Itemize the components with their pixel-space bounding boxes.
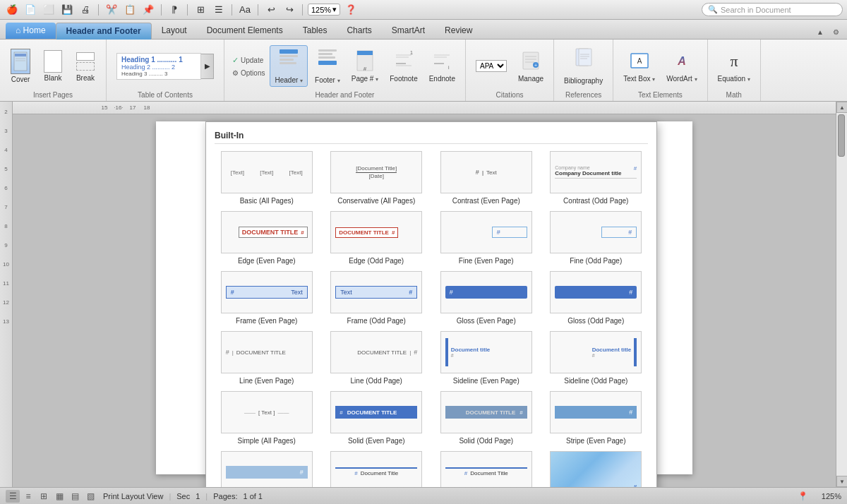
header-item-contrast-even[interactable]: # | Text Contrast (Even Page) <box>434 151 539 205</box>
header-item-gloss-odd[interactable]: # Gloss (Odd Page) <box>544 271 649 325</box>
copy-icon[interactable]: 📋 <box>122 2 138 18</box>
manage-button[interactable]: + Manage <box>514 47 548 85</box>
header-item-gloss-even[interactable]: # Gloss (Even Page) <box>434 271 539 325</box>
status-view-notebook[interactable]: ▤ <box>68 490 82 503</box>
header-item-simple[interactable]: —— [ Text ] —— Simple (All Pages) <box>215 391 319 445</box>
svg-text:1: 1 <box>410 50 413 55</box>
ribbon-group-math: π Equation ▾ Math <box>708 40 761 101</box>
apple-menu-icon[interactable]: 🍎 <box>4 2 20 18</box>
search-document-box[interactable]: 🔍 Search in Document <box>702 3 843 16</box>
table-icon[interactable]: ⊞ <box>193 2 208 18</box>
header-item-conservative[interactable]: [Document Title] [Date] Conservative (Al… <box>325 151 429 205</box>
footer-button[interactable]: Footer ▾ <box>311 46 344 86</box>
endnote-button[interactable]: i Endnote <box>425 47 459 85</box>
toc-button[interactable]: Heading 1 .......... 1 Heading 2 .......… <box>112 51 218 82</box>
options-label: Options <box>241 69 265 77</box>
redo-icon[interactable]: ↪ <box>282 2 297 18</box>
tab-charts[interactable]: Charts <box>337 23 381 39</box>
paste-icon[interactable]: 📌 <box>140 2 156 18</box>
header-item-solid-odd[interactable]: DOCUMENT TITLE # Solid (Odd Page) <box>434 391 539 445</box>
header-item-sideline-even[interactable]: Document title # Sideline (Even Page) <box>434 331 539 385</box>
header-item-basic[interactable]: [Text] [Text] [Text] Basic (All Pages) <box>215 151 319 205</box>
status-view-image[interactable]: ⊞ <box>37 490 51 503</box>
label-line-even: Line (Even Page) <box>239 376 294 385</box>
preview-conservative: [Document Title] [Date] <box>330 151 422 193</box>
header-item-edge-even[interactable]: DOCUMENT TITLE # Edge (Even Page) <box>215 211 319 265</box>
header-button[interactable]: Header ▾ <box>270 45 308 87</box>
toolbar-top: 🍎 📄 ⬜ 💾 🖨 ✂️ 📋 📌 ⁋ ⊞ ☰ Aa ↩ ↪ 125% ▾ ❓ 🔍… <box>0 0 847 20</box>
header-item-wave-even[interactable]: # Wave (Even Page) <box>544 451 649 487</box>
label-sideline-odd: Sideline (Odd Page) <box>564 376 627 385</box>
sep3 <box>187 4 188 16</box>
svg-rect-6 <box>280 59 294 61</box>
header-dropdown-panel: Built-In [Text] [Text] [Text] Basic (All… <box>205 121 657 487</box>
header-item-frame-odd[interactable]: Text # Frame (Odd Page) <box>325 271 429 325</box>
cover-button[interactable]: Cover <box>6 47 35 85</box>
update-button[interactable]: ✓ Update <box>230 55 267 66</box>
new-doc-icon[interactable]: 📄 <box>23 2 38 18</box>
header-item-topborder-even[interactable]: # Document Title Top Border (Even Page) <box>325 451 429 487</box>
header-item-edge-odd[interactable]: DOCUMENT TITLE # Edge (Odd Page) <box>325 211 429 265</box>
status-view-outline[interactable]: ≡ <box>21 490 35 503</box>
scroll-up-button[interactable]: ▲ <box>836 102 847 113</box>
document-scroll-area[interactable]: 15 ·16· 17 18 Built-In [Text] [Text] <box>13 102 836 487</box>
header-item-solid-even[interactable]: # DOCUMENT TITLE Solid (Even Page) <box>325 391 429 445</box>
preview-frame-even: # Text <box>221 271 313 313</box>
header-item-fine-even[interactable]: # Fine (Even Page) <box>434 211 539 265</box>
apa-button[interactable]: APA <box>471 58 511 74</box>
textbox-button[interactable]: A Text Box ▾ <box>619 47 659 85</box>
template-icon[interactable]: ⬜ <box>41 2 56 18</box>
tab-smartart[interactable]: SmartArt <box>382 23 435 39</box>
header-item-fine-odd[interactable]: # Fine (Odd Page) <box>544 211 649 265</box>
label-stripe-even: Stripe (Even Page) <box>566 436 626 445</box>
tab-header-footer[interactable]: Header and Footer <box>56 23 152 40</box>
svg-rect-7 <box>280 62 296 64</box>
ribbon-settings-btn[interactable]: ⚙ <box>829 25 843 39</box>
zoom-box[interactable]: 125% ▾ <box>308 4 340 16</box>
header-item-sideline-odd[interactable]: Document title # Sideline (Odd Page) <box>544 331 649 385</box>
status-view-list[interactable]: ☰ <box>6 490 20 503</box>
bibliography-button[interactable]: Bibliography <box>560 45 607 87</box>
tab-home[interactable]: ⌂ Home <box>6 23 56 39</box>
wordart-button[interactable]: A WordArt ▾ <box>662 47 701 85</box>
scroll-thumb[interactable] <box>838 114 845 157</box>
style-icon[interactable]: Aa <box>237 2 253 18</box>
tab-document-elements[interactable]: Document Elements <box>197 23 293 39</box>
page-number-button[interactable]: # Page # ▾ <box>347 47 383 85</box>
tab-layout[interactable]: Layout <box>152 23 197 39</box>
header-item-stripe-even[interactable]: # Stripe (Even Page) <box>544 391 649 445</box>
ribbon-collapse-btn[interactable]: ▲ <box>813 25 827 39</box>
blank-button[interactable]: Blank <box>38 48 68 84</box>
format-icon[interactable]: ⁋ <box>167 2 182 18</box>
status-view-print[interactable]: ▦ <box>52 490 66 503</box>
save-icon[interactable]: 💾 <box>59 2 75 18</box>
ribbon-group-text-elements: A Text Box ▾ A WordArt ▾ Text Elements <box>613 40 707 101</box>
header-item-line-even[interactable]: # | DOCUMENT TITLE Line (Even Page) <box>215 331 319 385</box>
label-contrast-odd: Contrast (Odd Page) <box>563 196 628 205</box>
header-item-contrast-odd[interactable]: Company name Company Document title # Co… <box>544 151 649 205</box>
scroll-track[interactable] <box>836 113 847 476</box>
scroll-down-button[interactable]: ▼ <box>836 476 847 487</box>
status-location-btn[interactable]: 📍 <box>796 490 810 503</box>
blank-label: Blank <box>44 74 61 82</box>
tab-review[interactable]: Review <box>435 23 482 39</box>
undo-icon[interactable]: ↩ <box>263 2 279 18</box>
help-icon[interactable]: ❓ <box>343 2 359 18</box>
toc-nav-button[interactable]: ▶ <box>201 54 214 79</box>
print-icon[interactable]: 🖨 <box>78 2 93 18</box>
header-item-stripe-odd[interactable]: # Stripe (Odd Page) <box>215 451 319 487</box>
citation-style-select[interactable]: APA <box>476 60 507 72</box>
cut-icon[interactable]: ✂️ <box>104 2 119 18</box>
status-view-focus[interactable]: ▧ <box>83 490 97 503</box>
tab-tables[interactable]: Tables <box>293 23 337 39</box>
label-fine-odd: Fine (Odd Page) <box>570 256 622 265</box>
options-button[interactable]: ⚙ Options <box>230 68 267 78</box>
header-item-line-odd[interactable]: DOCUMENT TITLE | # Line (Odd Page) <box>325 331 429 385</box>
footnote-button[interactable]: 1 Footnote <box>385 47 421 85</box>
header-item-topborder-odd[interactable]: # Document Title Top Border (Odd Page) <box>434 451 539 487</box>
ribbon-group-references: Bibliography References <box>554 40 613 101</box>
equation-button[interactable]: π Equation ▾ <box>714 47 755 85</box>
columns-icon[interactable]: ☰ <box>211 2 227 18</box>
header-item-frame-even[interactable]: # Text Frame (Even Page) <box>215 271 319 325</box>
break-button[interactable]: Break <box>71 48 100 84</box>
